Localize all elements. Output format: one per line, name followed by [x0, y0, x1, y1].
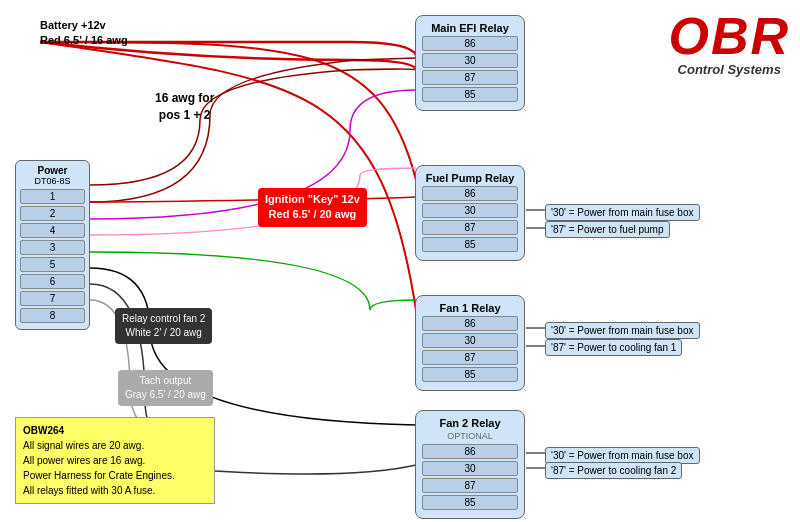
logo-area: OBR Control Systems: [668, 10, 790, 77]
fan1-relay: Fan 1 Relay 86 30 87 85: [415, 295, 525, 391]
pin-4: 4: [20, 223, 85, 238]
fan2-pin-87: 87: [422, 478, 518, 493]
awg-label: 16 awg for pos 1 + 2: [155, 90, 214, 124]
pin-5: 5: [20, 257, 85, 272]
power-connector: Power DT06-8S 1 2 4 3 5 6 7 8: [15, 160, 90, 330]
battery-label: Battery +12v Red 6.5' / 16 awg: [40, 18, 128, 49]
fuel-pump-relay: Fuel Pump Relay 86 30 87 85: [415, 165, 525, 261]
main-efi-pin-30: 30: [422, 53, 518, 68]
info-line2: All power wires are 16 awg.: [23, 453, 207, 468]
ignition-key-label: Ignition "Key" 12v Red 6.5' / 20 awg: [258, 188, 367, 227]
fuel-pump-pin87-annotation: '87' = Power to fuel pump: [545, 221, 670, 238]
fan1-pin-86: 86: [422, 316, 518, 331]
fan1-pin-85: 85: [422, 367, 518, 382]
fan1-relay-title: Fan 1 Relay: [422, 302, 518, 314]
pin-8: 8: [20, 308, 85, 323]
fan1-pin-30: 30: [422, 333, 518, 348]
fan1-pin-87: 87: [422, 350, 518, 365]
logo-text: OBR: [668, 10, 790, 62]
info-id: OBW264: [23, 423, 207, 438]
power-connector-subtitle: DT06-8S: [20, 176, 85, 186]
info-box: OBW264 All signal wires are 20 awg. All …: [15, 417, 215, 504]
fan2-relay-title: Fan 2 Relay: [422, 417, 518, 429]
power-connector-title: Power: [20, 165, 85, 176]
fan2-relay: Fan 2 Relay OPTIONAL 86 30 87 85: [415, 410, 525, 519]
fan2-pin-85: 85: [422, 495, 518, 510]
fuel-pump-pin-30: 30: [422, 203, 518, 218]
info-line3: Power Harness for Crate Engines.: [23, 468, 207, 483]
fuel-pump-pin-86: 86: [422, 186, 518, 201]
fuel-pump-pin-85: 85: [422, 237, 518, 252]
main-efi-relay-title: Main EFI Relay: [422, 22, 518, 34]
main-efi-pin-86: 86: [422, 36, 518, 51]
fan2-relay-optional: OPTIONAL: [422, 431, 518, 441]
tach-output-label: Tach output Gray 6.5' / 20 awg: [118, 370, 213, 406]
fan2-pin-30: 30: [422, 461, 518, 476]
fuel-pump-relay-title: Fuel Pump Relay: [422, 172, 518, 184]
fuel-pump-pin-87: 87: [422, 220, 518, 235]
info-line4: All relays fitted with 30 A fuse.: [23, 483, 207, 498]
pin-1: 1: [20, 189, 85, 204]
main-efi-pin-85: 85: [422, 87, 518, 102]
fuel-pump-pin30-annotation: '30' = Power from main fuse box: [545, 204, 700, 221]
fan2-pin-86: 86: [422, 444, 518, 459]
logo-subtitle: Control Systems: [668, 62, 790, 77]
fan1-pin30-annotation: '30' = Power from main fuse box: [545, 322, 700, 339]
main-efi-relay: Main EFI Relay 86 30 87 85: [415, 15, 525, 111]
relay-control-label: Relay control fan 2 White 2' / 20 awg: [115, 308, 212, 344]
info-line1: All signal wires are 20 awg.: [23, 438, 207, 453]
diagram-container: Battery +12v Red 6.5' / 16 awg OBR Contr…: [0, 0, 800, 522]
main-efi-pin-87: 87: [422, 70, 518, 85]
fan2-pin87-annotation: '87' = Power to cooling fan 2: [545, 462, 682, 479]
pin-6: 6: [20, 274, 85, 289]
pin-2: 2: [20, 206, 85, 221]
pin-7: 7: [20, 291, 85, 306]
fan1-pin87-annotation: '87' = Power to cooling fan 1: [545, 339, 682, 356]
pin-3: 3: [20, 240, 85, 255]
